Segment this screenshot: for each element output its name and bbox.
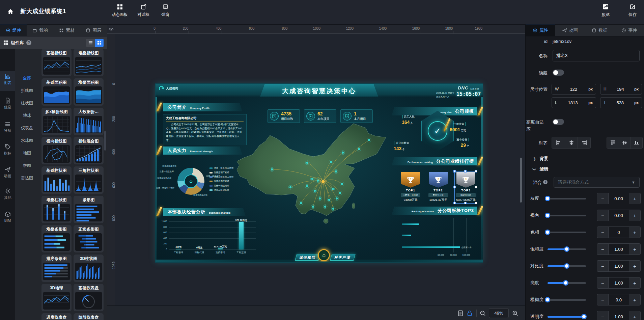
tab-components[interactable]: 组件 bbox=[0, 25, 27, 36]
ranking-card-TOP2[interactable]: TOP2贵州分公司10321.47万元 bbox=[428, 172, 448, 202]
selection-handle[interactable] bbox=[464, 202, 467, 204]
home-button[interactable] bbox=[5, 6, 16, 18]
align-center-button[interactable] bbox=[565, 137, 578, 149]
透明度-decrease-button[interactable]: − bbox=[597, 311, 608, 320]
category-雷达图[interactable]: 雷达图 bbox=[15, 175, 39, 181]
popup-button[interactable]: 弹窗 bbox=[155, 3, 176, 18]
饱和度-value[interactable]: 1.00 bbox=[608, 244, 629, 255]
align-bottom-button[interactable] bbox=[631, 137, 642, 149]
透明度-slider[interactable] bbox=[548, 316, 586, 318]
component-card-基础面积图[interactable]: 基础面积图 bbox=[41, 78, 72, 106]
selection-handle[interactable] bbox=[464, 170, 467, 172]
slider-thumb[interactable] bbox=[581, 314, 587, 319]
artboard-list-button[interactable] bbox=[456, 309, 465, 318]
component-card-堆叠面积图[interactable]: 堆叠面积图 bbox=[74, 78, 104, 106]
component-card-基础柱状图[interactable]: 基础柱状图 bbox=[41, 166, 72, 194]
left-panel-scrollbar[interactable] bbox=[104, 131, 106, 151]
tab-properties[interactable]: 属性 bbox=[526, 25, 555, 36]
rail-item-指标[interactable]: 指标 bbox=[0, 142, 15, 161]
tab-layers[interactable]: 图层 bbox=[80, 25, 107, 36]
tab-animation[interactable]: 动画 bbox=[555, 25, 585, 36]
ruler-corner[interactable] bbox=[107, 25, 115, 34]
亮度-value[interactable]: 1.00 bbox=[608, 277, 629, 288]
category-折线图[interactable]: 折线图 bbox=[15, 88, 39, 94]
tab-events[interactable]: 事件 bbox=[614, 25, 644, 36]
category-地图[interactable]: 地图 bbox=[15, 150, 39, 156]
selection-handle[interactable] bbox=[475, 186, 477, 188]
tab-mine[interactable]: 我的 bbox=[27, 25, 53, 36]
tab-data[interactable]: 数据 bbox=[585, 25, 615, 36]
褐色-value[interactable]: 0.00 bbox=[608, 210, 629, 221]
模糊度-decrease-button[interactable]: − bbox=[597, 294, 608, 305]
component-card-条形图[interactable]: 条形图 bbox=[74, 196, 104, 223]
灰度-increase-button[interactable]: + bbox=[629, 193, 640, 204]
rail-item-信息[interactable]: 信息 bbox=[0, 96, 15, 115]
category-饼图[interactable]: 饼图 bbox=[15, 163, 39, 168]
dashboard-artboard[interactable]: 大成咨询智慧决策中心 大成咨询 DNC 大成咨询 2025-11-07 星期五农… bbox=[156, 84, 483, 262]
色相-slider[interactable] bbox=[548, 232, 586, 233]
模糊度-slider[interactable] bbox=[548, 299, 586, 301]
zoom-out-button[interactable] bbox=[478, 309, 487, 318]
dynamic-panel-button[interactable]: 动态面板 bbox=[109, 3, 131, 18]
色相-decrease-button[interactable]: − bbox=[597, 227, 608, 238]
category-水球图[interactable]: 水球图 bbox=[15, 138, 39, 143]
component-card-3D地球[interactable]: 3D地球 bbox=[41, 284, 72, 311]
dialog-button[interactable]: 对话框 bbox=[133, 3, 154, 18]
component-card-阶段仪表盘[interactable]: 阶段仪表盘 bbox=[74, 313, 104, 320]
auto-height-toggle[interactable] bbox=[553, 119, 564, 125]
component-card-多x轴折线图[interactable]: 多x轴折线图 bbox=[41, 108, 72, 135]
色相-value[interactable]: 0 bbox=[608, 227, 629, 238]
category-全部[interactable]: 全部 bbox=[15, 75, 39, 81]
component-card-三角柱状图[interactable]: 三角柱状图 bbox=[74, 166, 104, 194]
透明度-increase-button[interactable]: + bbox=[629, 311, 640, 320]
component-card-大数据折…[interactable]: 大数据折… bbox=[74, 108, 104, 135]
selection-box[interactable] bbox=[454, 171, 476, 204]
饱和度-decrease-button[interactable]: − bbox=[597, 244, 608, 255]
slider-thumb[interactable] bbox=[563, 280, 568, 286]
zoom-level[interactable]: 49% bbox=[489, 308, 509, 318]
blend-info-icon[interactable]: i bbox=[543, 180, 548, 184]
component-card-进度仪表盘[interactable]: 进度仪表盘 bbox=[41, 313, 72, 320]
component-card-排序条形图[interactable]: 排序条形图 bbox=[41, 255, 72, 282]
selection-handle[interactable] bbox=[475, 202, 477, 204]
selection-handle[interactable] bbox=[453, 186, 456, 188]
top-input[interactable]: T528px bbox=[600, 97, 642, 108]
preview-button[interactable]: 预览 bbox=[598, 3, 613, 18]
rail-item-其他[interactable]: 其他 bbox=[0, 186, 15, 206]
canvas-vertical-scrollbar[interactable] bbox=[520, 158, 522, 203]
rail-item-导航[interactable]: 导航 bbox=[0, 119, 15, 139]
对比度-value[interactable]: 1.00 bbox=[608, 261, 629, 271]
component-card-基础仪表盘[interactable]: 基础仪表盘 bbox=[74, 284, 104, 311]
left-input[interactable]: L1813px bbox=[552, 97, 596, 108]
色相-increase-button[interactable]: + bbox=[629, 227, 640, 238]
透明度-value[interactable]: 1.00 bbox=[608, 311, 629, 320]
tab-materials[interactable]: 素材 bbox=[54, 25, 80, 36]
模糊度-value[interactable]: 0.0 bbox=[608, 294, 629, 305]
zoom-in-button[interactable] bbox=[511, 309, 520, 318]
对比度-slider[interactable] bbox=[548, 265, 586, 267]
component-card-3D柱状图[interactable]: 3D柱状图 bbox=[74, 255, 104, 282]
blend-mode-select[interactable]: 请选择混合方式▼ bbox=[554, 177, 640, 188]
对比度-increase-button[interactable]: + bbox=[629, 261, 640, 271]
rail-item-动画[interactable]: 动画 bbox=[0, 164, 15, 184]
selection-handle[interactable] bbox=[475, 170, 477, 172]
help-icon[interactable]: ? bbox=[26, 40, 31, 45]
align-left-button[interactable] bbox=[552, 137, 565, 149]
section-filter[interactable]: ❯滤镜 bbox=[533, 166, 548, 172]
slider-thumb[interactable] bbox=[564, 246, 569, 252]
对比度-decrease-button[interactable]: − bbox=[597, 261, 608, 271]
save-button[interactable]: 保存 bbox=[625, 3, 640, 18]
component-card-堆叠折线图[interactable]: 堆叠折线图 bbox=[74, 49, 104, 76]
grid-view-button[interactable] bbox=[95, 39, 104, 47]
component-card-正负条形图[interactable]: 正负条形图 bbox=[74, 225, 104, 252]
list-view-button[interactable] bbox=[86, 39, 95, 47]
component-card-基础折线图[interactable]: 基础折线图 bbox=[41, 49, 72, 76]
component-card-横向折线图[interactable]: 横向折线图 bbox=[41, 137, 72, 164]
category-仪表盘[interactable]: 仪表盘 bbox=[15, 125, 39, 131]
component-card-堆叠柱状图[interactable]: 堆叠柱状图 bbox=[41, 196, 72, 223]
canvas-area[interactable]: 0200400600800100012001400160018001980 02… bbox=[107, 25, 525, 320]
褐色-decrease-button[interactable]: − bbox=[597, 210, 608, 221]
rail-item-图表[interactable]: 图表 bbox=[0, 71, 15, 91]
饱和度-slider[interactable] bbox=[548, 248, 586, 250]
slider-thumb[interactable] bbox=[545, 297, 550, 302]
